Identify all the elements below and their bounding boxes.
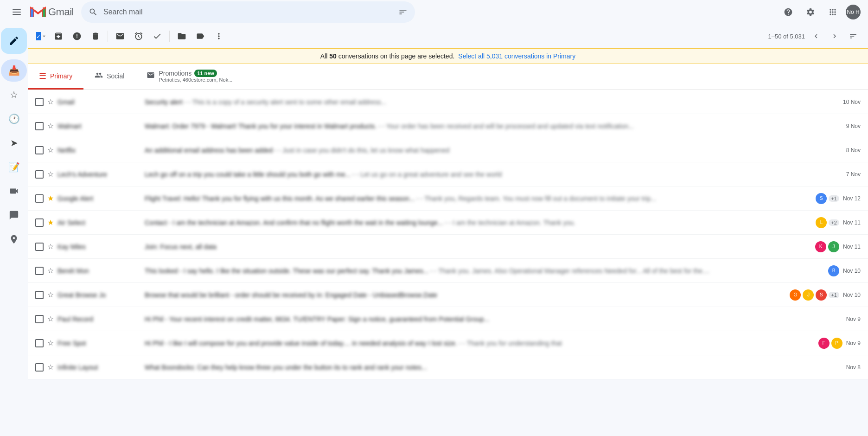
tab-promotions[interactable]: Promotions 11 new Petriotics, 460estore.… (135, 64, 243, 90)
nav-meet-button[interactable] (1, 180, 27, 202)
star-button[interactable]: ☆ (47, 314, 54, 323)
hamburger-icon (13, 9, 21, 15)
search-bar[interactable] (81, 1, 415, 23)
sent-icon: ➤ (10, 137, 18, 148)
inbox-icon: 📥 (8, 65, 20, 76)
email-checkbox[interactable] (35, 146, 44, 154)
nav-starred-button[interactable]: ☆ (1, 83, 27, 106)
email-checkbox[interactable] (35, 243, 44, 251)
star-button[interactable]: ☆ (47, 122, 54, 130)
help-button[interactable] (779, 3, 798, 21)
delete-button[interactable] (87, 28, 104, 45)
email-sender: Benét Mon (57, 267, 141, 275)
email-subject-preview: Join: Focus next, all data (145, 243, 810, 250)
tab-social[interactable]: Social (83, 64, 135, 90)
star-button[interactable]: ☆ (47, 339, 54, 347)
star-button[interactable]: ☆ (47, 266, 54, 275)
star-button[interactable]: ☆ (47, 97, 54, 106)
gmail-text: Gmail (48, 6, 74, 18)
prev-page-button[interactable] (809, 29, 823, 44)
email-row[interactable]: ☆ Benét Mon This looked - I say hello. I… (28, 259, 868, 283)
star-button[interactable]: ☆ (47, 170, 54, 179)
email-time: Nov 10 (843, 292, 861, 298)
promotions-badge: 11 new (194, 70, 217, 77)
email-time: 10 Nov (843, 99, 861, 105)
star-button[interactable]: ★ (47, 218, 54, 227)
label-button[interactable] (192, 28, 209, 45)
select-all-checkbox[interactable] (35, 28, 48, 45)
nav-snoozed-button[interactable]: 🕐 (1, 108, 27, 130)
star-button[interactable]: ★ (47, 194, 54, 203)
select-all-conversations-link[interactable]: Select all 5,031 conversations in Primar… (458, 52, 575, 60)
page-info: 1–50 of 5,031 (768, 33, 805, 40)
email-time: Nov 8 (846, 364, 861, 371)
email-row[interactable]: ★ Air Select Contact - I am the technici… (28, 211, 868, 235)
search-input[interactable] (103, 8, 393, 16)
header: Gmail No H (0, 0, 868, 24)
main-layout: 📥 ☆ 🕐 ➤ 📝 (0, 24, 868, 436)
email-row[interactable]: ★ Google Alert Flight Travel: Hello! Tha… (28, 186, 868, 211)
star-button[interactable]: ☆ (47, 146, 54, 154)
menu-button[interactable] (7, 3, 26, 21)
email-row[interactable]: ☆ Lech's Adventure Lech go off on a trip… (28, 162, 868, 186)
compose-button[interactable] (1, 28, 27, 54)
search-options-icon[interactable] (398, 7, 408, 17)
thread-avatar: F (818, 338, 830, 349)
more-button[interactable] (211, 28, 227, 45)
next-page-button[interactable] (827, 29, 842, 44)
mark-button[interactable] (112, 28, 128, 45)
email-row[interactable]: ☆ Kay Miles Join: Focus next, all data K… (28, 235, 868, 259)
email-checkbox[interactable] (35, 122, 44, 130)
email-checkbox[interactable] (35, 98, 44, 106)
apps-button[interactable] (823, 3, 842, 21)
selection-text: All 50 conversations on this page are se… (320, 52, 455, 60)
email-subject-preview: Contact - I am the technician at Amazon.… (145, 219, 810, 226)
done-button[interactable] (149, 28, 166, 45)
star-button[interactable]: ☆ (47, 290, 54, 299)
spam-button[interactable] (69, 28, 85, 45)
email-checkbox[interactable] (35, 315, 44, 323)
thread-avatar: P (831, 338, 842, 349)
star-button[interactable]: ☆ (47, 363, 54, 372)
thread-avatar: G (790, 289, 801, 301)
tab-primary[interactable]: ☰ Primary (28, 64, 83, 90)
checkbox-all[interactable] (36, 32, 41, 40)
email-checkbox[interactable] (35, 170, 44, 179)
email-row[interactable]: ☆ Paul Record Hi Phil - Your recent inte… (28, 307, 868, 331)
thread-avatar: S (816, 193, 827, 204)
archive-button[interactable] (50, 28, 67, 45)
email-row[interactable]: ☆ Netflix An additional email address ha… (28, 138, 868, 162)
email-checkbox[interactable] (35, 291, 44, 299)
social-tab-icon (95, 71, 103, 82)
nav-drafts-button[interactable]: 📝 (1, 156, 27, 178)
sort-button[interactable] (846, 29, 861, 44)
header-right: No H (779, 3, 861, 21)
email-row[interactable]: ☆ Walmart Walmart: Order 7979 - Walmart!… (28, 114, 868, 138)
nav-sent-button[interactable]: ➤ (1, 132, 27, 154)
thread-avatar: J (803, 289, 814, 301)
nav-contacts-button[interactable] (1, 228, 27, 250)
email-row[interactable]: ☆ Infinite Layout What Boondocks: Can th… (28, 355, 868, 379)
snoozed-icon: 🕐 (8, 113, 20, 124)
email-checkbox[interactable] (35, 194, 44, 203)
snooze-button[interactable] (130, 28, 147, 45)
email-row[interactable]: ☆ Gmail Security alert - - This is a cop… (28, 90, 868, 114)
select-all-dropdown-icon[interactable] (41, 33, 47, 39)
email-checkbox[interactable] (35, 267, 44, 275)
star-button[interactable]: ☆ (47, 242, 54, 251)
email-row[interactable]: ☆ Great Browse Jo Browse that would be b… (28, 283, 868, 307)
email-checkbox[interactable] (35, 363, 44, 372)
email-checkbox[interactable] (35, 339, 44, 347)
avatar[interactable]: No H (846, 5, 861, 19)
nav-inbox-button[interactable]: 📥 (1, 59, 27, 82)
email-subject-preview: Lech go off on a trip you could take a l… (145, 171, 842, 178)
email-row[interactable]: ☆ Free Spot Hi Phil - I like I will comp… (28, 331, 868, 355)
settings-icon (806, 7, 815, 17)
email-sender: Great Browse Jo (57, 291, 141, 299)
nav-chat-button[interactable] (1, 204, 27, 226)
email-checkbox[interactable] (35, 218, 44, 227)
meet-icon (9, 186, 19, 196)
thread-count: +1 (829, 292, 839, 298)
move-button[interactable] (173, 28, 190, 45)
settings-button[interactable] (801, 3, 820, 21)
